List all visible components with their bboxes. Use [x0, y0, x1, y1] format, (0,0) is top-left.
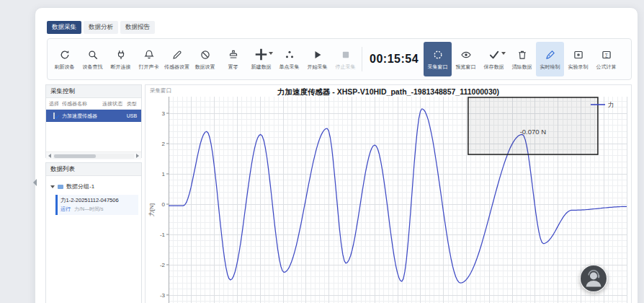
- data-list-header: 数据列表: [46, 163, 141, 176]
- exp-record-button[interactable]: 实验录制: [564, 42, 592, 76]
- svg-text:力: 力: [608, 101, 614, 108]
- toolbar-item-label: 实时绘制: [540, 63, 560, 71]
- dashed-circle-icon: [432, 48, 444, 61]
- sensor-table-header: 选择 传感器名称 连接状态 类型: [46, 98, 141, 110]
- svg-text:0: 0: [162, 201, 166, 208]
- sensor-table-empty: [46, 122, 141, 152]
- tree-group[interactable]: 数据分组-1: [49, 181, 138, 192]
- live-draw-button[interactable]: 实时绘制: [536, 42, 564, 76]
- toolbar: 刷新设备设备查找断开连接打开声卡传感器设置数据设置置零新建数据单点采集开始采集停…: [47, 38, 632, 80]
- tree-group-label: 数据分组-1: [66, 183, 94, 190]
- svg-text:3: 3: [162, 110, 166, 117]
- col-select: 选择: [46, 100, 62, 107]
- stamp-icon: [228, 48, 239, 61]
- sensor-settings-button[interactable]: 传感器设置: [163, 42, 191, 76]
- data-settings-button[interactable]: 数据设置: [191, 42, 219, 76]
- search-devices-button[interactable]: 设备查找: [79, 42, 107, 76]
- capture-control-panel: 采集控制 选择 传感器名称 连接状态 类型 力加速度传感器 USB: [45, 84, 142, 158]
- save-data-button[interactable]: 保存数据: [480, 42, 508, 76]
- caret-down-icon: [50, 185, 55, 188]
- clear-data-button[interactable]: 清除数据: [508, 42, 536, 76]
- svg-text:2: 2: [162, 141, 166, 147]
- toolbar-item-label: 公式计算: [596, 63, 617, 71]
- sensor-checkbox[interactable]: [53, 113, 55, 119]
- toolbar-item-label: 设备查找: [83, 63, 103, 71]
- sensor-name: 力加速度传感器: [62, 113, 101, 120]
- disconnect-icon: [115, 48, 127, 61]
- scroll-right-button[interactable]: [134, 154, 141, 158]
- chart-panel: 采集窗口 力加速度传感器 - XHSP-V10HID_path_-1981348…: [145, 84, 632, 303]
- start-capture-button[interactable]: 开始采集: [303, 42, 331, 76]
- col-sensor-name: 传感器名称: [62, 100, 101, 107]
- col-type: 类型: [124, 100, 140, 107]
- person-headset-icon: [580, 265, 607, 292]
- toolbar-item-label: 开始采集: [308, 63, 328, 71]
- tab-report[interactable]: 数据报告: [120, 21, 155, 34]
- point-sample-button[interactable]: 单点采集: [275, 42, 303, 76]
- scroll-left-button[interactable]: [46, 154, 53, 158]
- toolbar-item-label: 清除数据: [512, 63, 532, 71]
- selection-box[interactable]: [468, 97, 598, 154]
- chart-title: 力加速度传感器 - XHSP-V10HID_path_-1981348857_1…: [146, 87, 631, 97]
- refresh-devices-button[interactable]: 刷新设备: [50, 42, 79, 76]
- formula-icon: ∑: [601, 48, 612, 61]
- support-fab[interactable]: [580, 265, 607, 292]
- capture-control-title: 采集控制: [50, 87, 75, 95]
- sensor-row[interactable]: 力加速度传感器 USB: [46, 110, 141, 122]
- caret-down-icon[interactable]: [501, 52, 506, 55]
- y-axis-label: 力[N]: [148, 203, 155, 216]
- app-window: 数据采集数据分析数据报告 刷新设备设备查找断开连接打开声卡传感器设置数据设置置零…: [35, 7, 638, 303]
- zero-set-button[interactable]: 置零: [219, 42, 247, 76]
- new-data-button[interactable]: 新建数据: [247, 42, 275, 76]
- search-icon: [87, 48, 99, 61]
- capture-control-header: 采集控制: [46, 85, 141, 98]
- eye-icon: [460, 48, 472, 61]
- data-list-panel: 数据列表 数据分组-1 力1-2-20251112-047506 运行 力/N—…: [45, 162, 142, 303]
- desktop: 数据采集数据分析数据报告 刷新设备设备查找断开连接打开声卡传感器设置数据设置置零…: [0, 0, 644, 303]
- y-axis-ticks: 3210-1-2-3: [160, 110, 169, 299]
- stop-capture-button[interactable]: 停止采集: [331, 42, 359, 76]
- data-tree: 数据分组-1 力1-2-20251112-047506 运行 力/N—时间/s: [46, 176, 141, 220]
- toolbar-item-label: 保存数据: [484, 63, 504, 71]
- data-item-axes: 力/N—时间/s: [74, 206, 103, 213]
- tab-capture[interactable]: 数据采集: [47, 21, 81, 34]
- toolbar-divider: [362, 47, 362, 71]
- toolbar-item-label: 传感器设置: [164, 63, 189, 71]
- sidebar-collapse-handle[interactable]: [33, 179, 37, 186]
- record-icon: [573, 48, 584, 61]
- tab-analysis[interactable]: 数据分析: [84, 21, 118, 34]
- slash-circle-icon: [200, 48, 211, 61]
- formula-calc-button[interactable]: ∑公式计算: [592, 42, 620, 76]
- refresh-icon: [59, 48, 71, 61]
- scrollbar-track[interactable]: [53, 154, 134, 159]
- play-icon: [312, 48, 323, 61]
- open-sound-button[interactable]: 打开声卡: [135, 42, 163, 76]
- brush-icon: [545, 48, 556, 61]
- check-icon: [488, 48, 500, 61]
- toolbar-item-label: 采集窗口: [428, 63, 448, 71]
- caret-down-icon[interactable]: [269, 52, 273, 55]
- col-status: 连接状态: [101, 100, 124, 107]
- capture-window-button[interactable]: 采集窗口: [424, 42, 452, 76]
- data-item-sub: 运行 力/N—时间/s: [61, 206, 135, 213]
- preview-window-button[interactable]: 预览窗口: [452, 42, 480, 76]
- dots-icon: [284, 48, 295, 61]
- arrow-left-icon: [48, 154, 51, 158]
- chart-svg[interactable]: 3210-1-2-3力[N]-0.070 N力: [146, 97, 632, 303]
- plus-icon: [254, 48, 269, 61]
- svg-text:∑: ∑: [604, 53, 607, 58]
- scrollbar-thumb[interactable]: [54, 154, 96, 158]
- data-item[interactable]: 力1-2-20251112-047506 运行 力/N—时间/s: [55, 195, 138, 215]
- toolbar-item-label: 刷新设备: [55, 63, 75, 71]
- trash-icon: [516, 48, 528, 61]
- data-item-status: 运行: [61, 206, 71, 213]
- pen-icon: [171, 48, 183, 61]
- horizontal-scrollbar[interactable]: [46, 152, 141, 159]
- capture-timer: 00:15:54: [365, 53, 424, 66]
- bell-icon: [143, 48, 155, 61]
- tab-bar: 数据采集数据分析数据报告: [47, 21, 155, 34]
- svg-text:-1: -1: [160, 232, 166, 238]
- disconnect-button[interactable]: 断开连接: [107, 42, 135, 76]
- toolbar-item-label: 预览窗口: [456, 63, 476, 71]
- measurement-annotation: -0.070 N: [520, 128, 547, 136]
